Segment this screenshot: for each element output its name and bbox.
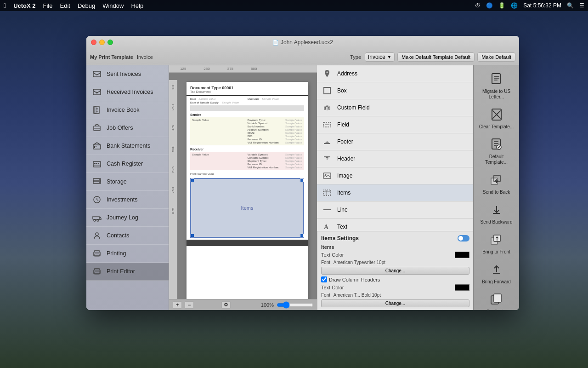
settings-toggle[interactable] (458, 235, 469, 242)
menu-debug[interactable]: Debug (78, 2, 95, 9)
close-button[interactable] (91, 40, 96, 45)
sidebar-item-invoice-book[interactable]: Invoice Book (86, 101, 169, 119)
journey-log-icon (92, 213, 102, 223)
sidebar-item-print-editor[interactable]: Print Editor (86, 263, 169, 281)
sidebar-item-cash-register[interactable]: Cash Register (86, 155, 169, 173)
action-migrate[interactable]: Migrate to US Letter... (476, 69, 516, 102)
sidebar-label-sent-invoices: Sent Invoices (107, 71, 141, 77)
svg-rect-47 (492, 74, 500, 84)
element-field[interactable]: Field (317, 116, 473, 133)
change-font-button[interactable]: Change... (321, 267, 469, 275)
element-label-text: Text (337, 224, 347, 230)
settings-header: Items Settings (321, 235, 469, 242)
sidebar-label-investments: Investments (107, 196, 137, 203)
type-select[interactable]: Invoice ▼ (365, 52, 395, 62)
sidebar-item-contacts[interactable]: Contacts (86, 227, 169, 245)
action-bring-forward[interactable]: Bring Forward (476, 259, 516, 287)
ruler-tick-250: 250 (204, 67, 209, 71)
draw-col-headers-checkbox[interactable] (321, 276, 327, 282)
settings-button[interactable]: ⚙ (221, 301, 231, 309)
sidebar-item-job-offers[interactable]: Job Offers (86, 119, 169, 137)
element-label-items: Items (337, 190, 351, 196)
menu-help[interactable]: Help (131, 2, 143, 9)
element-items[interactable]: Items (317, 184, 473, 201)
menu-window[interactable]: Window (102, 2, 124, 9)
sender-section: Sample Value Payment Type:Sample Value V… (190, 117, 304, 145)
action-clear-template[interactable]: Clear Template... (476, 104, 516, 132)
resize-handle-tl[interactable] (191, 178, 194, 182)
add-element-button[interactable]: + (173, 301, 182, 309)
element-line[interactable]: Line (317, 201, 473, 218)
sidebar-item-investments[interactable]: Investments (86, 191, 169, 209)
settings-col-text-color-row: Text Color (321, 284, 469, 291)
canvas-bottom: + − ⚙ 100% (169, 299, 317, 310)
send-backward-icon (488, 201, 505, 218)
sidebar-item-received-invoices[interactable]: Received Invoices (86, 83, 169, 101)
action-label-duplicate: Duplicate (487, 309, 506, 310)
sidebar-item-journey-log[interactable]: Journey Log (86, 209, 169, 227)
menu-file[interactable]: File (43, 2, 53, 9)
items-area[interactable]: Items (190, 178, 304, 238)
change-col-font-button[interactable]: Change... (321, 299, 469, 307)
maximize-button[interactable] (107, 40, 113, 45)
search-icon[interactable]: 🔍 (567, 2, 574, 9)
element-header[interactable]: Header (317, 150, 473, 167)
resize-handle-br[interactable] (300, 234, 304, 237)
element-address[interactable]: Address (317, 65, 473, 82)
receiver-table: Sample Value Variable Symbol:Sample Valu… (192, 153, 302, 169)
job-offers-icon (92, 123, 102, 133)
element-footer[interactable]: Footer (317, 133, 473, 150)
storage-icon (92, 177, 102, 187)
element-box[interactable]: Box (317, 82, 473, 99)
action-duplicate[interactable]: Duplicate (476, 289, 516, 310)
action-send-to-back[interactable]: Send to Back (476, 170, 516, 197)
col-text-color-swatch[interactable] (455, 284, 469, 291)
svg-rect-15 (96, 163, 97, 164)
resize-handle-bl[interactable] (191, 234, 194, 237)
svg-rect-10 (94, 146, 95, 147)
sidebar-item-printing[interactable]: Printing (86, 245, 169, 263)
cash-register-icon (92, 159, 102, 169)
zoom-slider[interactable] (277, 301, 313, 309)
make-default-button[interactable]: Make Default (477, 52, 515, 62)
apple-menu[interactable]:  (4, 2, 6, 9)
action-bring-to-front[interactable]: Bring to Front (476, 230, 516, 257)
duplicate-icon (488, 291, 505, 308)
resize-handle-tr[interactable] (300, 178, 304, 182)
make-default-template-button[interactable]: Make Default Template Default (397, 52, 475, 62)
svg-rect-42 (323, 190, 331, 196)
font-label: Font (321, 260, 330, 265)
sidebar-label-cash-register: Cash Register (107, 161, 143, 167)
sidebar-item-storage[interactable]: Storage (86, 173, 169, 191)
draw-col-headers-row: Draw Column Headers (321, 276, 469, 282)
canvas-scroll[interactable]: Document Type 00001 Tax Document Date Sa… (169, 73, 317, 299)
menubar-right: ⏱ 🔵 🔋 🌐 Sat 5:56:32 PM 🔍 ☰ (475, 2, 584, 9)
element-image[interactable]: Image (317, 167, 473, 184)
notification-icon[interactable]: ☰ (579, 2, 584, 9)
action-send-backward[interactable]: Send Backward (476, 200, 516, 227)
col-font-label: Font (321, 293, 330, 298)
menu-edit[interactable]: Edit (60, 2, 70, 9)
minimize-button[interactable] (99, 40, 105, 45)
sidebar-item-bank-statements[interactable]: Bank Statements (86, 137, 169, 155)
svg-point-21 (99, 182, 100, 183)
text-color-swatch[interactable] (455, 252, 469, 258)
remove-element-button[interactable]: − (185, 301, 194, 309)
sidebar-item-sent-invoices[interactable]: Sent Invoices (86, 65, 169, 83)
action-label-bring-forward: Bring Forward (482, 279, 511, 285)
element-text[interactable]: A Text (317, 218, 473, 231)
action-default-template[interactable]: Default Template... (476, 134, 516, 167)
ruler-top: 125 250 375 500 (169, 65, 317, 73)
titlebar: 📄 John Appleseed.ucx2 (86, 36, 519, 49)
bluetooth-icon: 🔵 (486, 2, 493, 9)
element-label-footer: Footer (337, 138, 353, 145)
element-custom-field[interactable]: Custom Field (317, 99, 473, 116)
svg-rect-66 (494, 294, 501, 302)
text-icon: A (322, 221, 333, 231)
type-value: Invoice (368, 54, 385, 60)
default-template-icon (488, 136, 505, 153)
settings-text-color-row: Text Color (321, 252, 469, 258)
col-text-color-label: Text Color (321, 285, 455, 290)
content-area: Sent Invoices Received Invoices Invoice … (86, 65, 519, 310)
traffic-lights (91, 40, 113, 45)
